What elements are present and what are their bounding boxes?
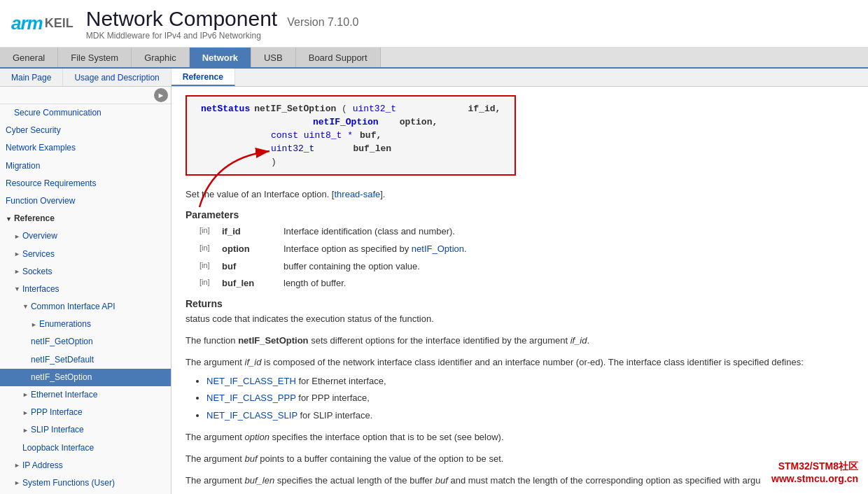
sidebar-item-netif-setdefault[interactable]: netIF_SetDefault xyxy=(0,351,171,369)
code-box: netStatus netIF_SetOption ( uint32_t if_… xyxy=(186,95,516,176)
tab-network[interactable]: Network xyxy=(190,48,251,67)
sidebar-item-netif-setoption[interactable]: netIF_SetOption xyxy=(0,369,171,386)
sidebar-item-ethernet-interface[interactable]: ► Ethernet Interface xyxy=(0,386,171,404)
nav-tabs: General File System Graphic Network USB … xyxy=(0,48,868,69)
net-if-class-slip-link[interactable]: NET_IF_CLASS_SLIP xyxy=(206,410,298,421)
body-para-1: The function netIF_SetOption sets differ… xyxy=(186,334,854,348)
bullet-list: NET_IF_CLASS_ETH for Ethernet interface,… xyxy=(206,374,854,423)
netif-option-link[interactable]: netIF_Option xyxy=(412,244,464,254)
body-para-2: The argument if_id is composed of the ne… xyxy=(186,355,854,370)
version-label: Version 7.10.0 xyxy=(287,16,358,29)
tab-filesystem[interactable]: File System xyxy=(58,48,132,67)
tab-graphic[interactable]: Graphic xyxy=(132,48,190,67)
sidebar-nav-arrow[interactable]: ► xyxy=(154,88,168,102)
logo-area: arm KEIL xyxy=(11,13,74,34)
sidebar-item-cyber-security[interactable]: Cyber Security xyxy=(0,122,171,139)
subtitle: MDK Middleware for IPv4 and IPv6 Network… xyxy=(86,31,359,41)
parameters-heading: Parameters xyxy=(186,209,854,220)
sub-nav: Main Page Usage and Description Referenc… xyxy=(0,69,868,87)
sidebar-item-netif-getoption[interactable]: netIF_GetOption xyxy=(0,333,171,351)
net-if-class-ppp-link[interactable]: NET_IF_CLASS_PPP xyxy=(206,393,296,403)
title-area: Network Component Version 7.10.0 MDK Mid… xyxy=(86,7,359,41)
subnav-mainpage[interactable]: Main Page xyxy=(0,69,63,86)
sidebar-item-function-overview[interactable]: Function Overview xyxy=(0,192,171,210)
sidebar-item-overview[interactable]: ► Overview xyxy=(0,227,171,245)
body-para-4: The argument buf points to a buffer cont… xyxy=(186,452,854,467)
thread-safe-link[interactable]: thread-safe xyxy=(334,189,380,199)
net-if-class-eth-link[interactable]: NET_IF_CLASS_ETH xyxy=(206,376,296,386)
sidebar-item-secure-comm[interactable]: Secure Communication xyxy=(0,104,171,122)
header: arm KEIL Network Component Version 7.10.… xyxy=(0,0,868,48)
sidebar-item-sockets[interactable]: ► Sockets xyxy=(0,263,171,281)
body-para-3: The argument option specifies the interf… xyxy=(186,430,854,445)
sidebar-item-ppp-interface[interactable]: ► PPP Interface xyxy=(0,404,171,421)
tab-general[interactable]: General xyxy=(0,48,58,67)
sidebar-item-interfaces[interactable]: ▼ Interfaces xyxy=(0,281,171,298)
sidebar-item-common-api[interactable]: ▼ Common Interface API xyxy=(0,298,171,316)
subnav-usage[interactable]: Usage and Description xyxy=(63,69,171,86)
sidebar-item-resource-req[interactable]: Resource Requirements xyxy=(0,175,171,192)
tab-boardsupport[interactable]: Board Support xyxy=(296,48,381,67)
sidebar-item-enumerations[interactable]: ► Enumerations xyxy=(0,316,171,333)
returns-heading: Returns xyxy=(186,298,854,309)
content-area: netStatus netIF_SetOption ( uint32_t if_… xyxy=(172,87,868,494)
subnav-reference[interactable]: Reference xyxy=(172,69,235,86)
main-layout: ► Secure Communication Cyber Security Ne… xyxy=(0,87,868,494)
sidebar-item-network-examples[interactable]: Network Examples xyxy=(0,139,171,157)
sidebar-item-system-functions[interactable]: ► System Functions (User) xyxy=(0,474,171,492)
tab-usb[interactable]: USB xyxy=(251,48,296,67)
sidebar-section-reference: ▼Reference xyxy=(0,210,171,227)
body-para-5: The argument buf_len specifies the actua… xyxy=(186,474,854,488)
description-text: Set the value of an Interface option. [t… xyxy=(186,187,854,202)
sidebar-item-loopback-interface[interactable]: Loopback Interface xyxy=(0,439,171,457)
arm-logo: arm xyxy=(11,13,43,34)
sidebar-item-migration[interactable]: Migration xyxy=(0,157,171,175)
sidebar: ► Secure Communication Cyber Security Ne… xyxy=(0,87,172,494)
page-title: Network Component xyxy=(86,7,277,31)
returns-text: status code that indicates the execution… xyxy=(186,312,854,327)
parameters-table: [in] if_id Interface identification (cla… xyxy=(200,225,854,291)
keil-logo: KEIL xyxy=(45,16,74,31)
sidebar-item-ip-address[interactable]: ► IP Address xyxy=(0,457,171,474)
sidebar-item-services[interactable]: ► Services xyxy=(0,246,171,263)
sidebar-item-slip-interface[interactable]: ► SLIP Interface xyxy=(0,421,171,439)
